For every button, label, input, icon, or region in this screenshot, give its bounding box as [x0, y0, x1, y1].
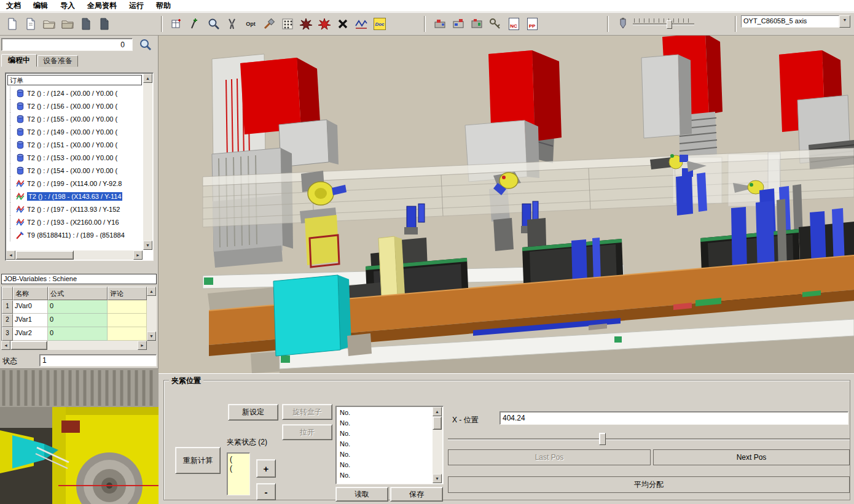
- menu-file[interactable]: 文档: [0, 0, 27, 12]
- import-file-button[interactable]: [77, 15, 95, 33]
- x-position-slider[interactable]: [448, 432, 850, 446]
- row-selector[interactable]: 3: [2, 327, 13, 341]
- tree-item[interactable]: T2 () : / (151 - (X0.00 / Y0.00 (: [7, 138, 143, 151]
- tree-item[interactable]: T9 (85188411) : / (189 - (851884: [7, 228, 143, 241]
- cell-formula[interactable]: 0: [48, 314, 108, 327]
- zoom-button[interactable]: [205, 15, 222, 33]
- row-selector[interactable]: 2: [2, 314, 13, 327]
- tree-item[interactable]: T2 () : / (156 - (X0.00 / Y0.00 (: [7, 99, 143, 112]
- tab-programming[interactable]: 编程中: [1, 54, 37, 67]
- rotate-box-button[interactable]: 旋转盒子: [282, 404, 332, 420]
- pp-file-button[interactable]: PP: [523, 15, 541, 33]
- search-input[interactable]: 0: [1, 38, 133, 51]
- cell-name[interactable]: JVar1: [13, 314, 48, 327]
- tree-horizontal-scrollbar[interactable]: ◄ ►: [6, 250, 143, 260]
- menu-help[interactable]: 帮助: [150, 0, 177, 12]
- list-item[interactable]: No.: [337, 428, 432, 439]
- save-folder-button[interactable]: [59, 15, 76, 33]
- scroll-down-icon[interactable]: ▼: [143, 241, 152, 250]
- last-pos-button[interactable]: Last Pos: [448, 449, 651, 465]
- scroll-up-icon[interactable]: ▲: [143, 74, 152, 83]
- cell-comment[interactable]: [108, 327, 147, 341]
- key-button[interactable]: [487, 15, 504, 33]
- save-button[interactable]: 保存: [390, 487, 443, 502]
- cell-name[interactable]: JVar0: [13, 300, 48, 314]
- add-tool-button[interactable]: [187, 15, 204, 33]
- tree-item[interactable]: T2 () : / (154 - (X0.00 / Y0.00 (: [7, 164, 143, 177]
- slider-thumb[interactable]: [599, 433, 606, 445]
- delete-button[interactable]: [334, 15, 351, 33]
- doc-edit-button[interactable]: Doc: [371, 15, 388, 33]
- machine-top-button[interactable]: [468, 15, 485, 33]
- list-item[interactable]: No.: [337, 449, 432, 460]
- list-item[interactable]: No.: [337, 439, 432, 449]
- list-vertical-scrollbar[interactable]: ▲ ▼: [433, 407, 442, 483]
- row-selector[interactable]: 1: [2, 300, 13, 314]
- distribute-button[interactable]: 平均分配: [448, 476, 850, 493]
- search-button[interactable]: [138, 37, 154, 53]
- tree-item[interactable]: T2 () : / (193 - (X2160.00 / Y16: [7, 215, 143, 228]
- scroll-down-icon[interactable]: ▼: [147, 331, 156, 341]
- scroll-left-icon[interactable]: ◄: [1, 341, 10, 350]
- cell-name[interactable]: JVar2: [13, 327, 48, 341]
- tree-item[interactable]: T2 () : / (124 - (X0.00 / Y0.00 (: [7, 87, 143, 99]
- cell-comment[interactable]: [108, 314, 147, 327]
- tree-item[interactable]: T2 () : / (155 - (X0.00 / Y0.00 (: [7, 112, 143, 125]
- menu-global-data[interactable]: 全局资料: [81, 0, 123, 12]
- machine-selector[interactable]: OYT_C8605B_5 axis ▼: [741, 15, 850, 28]
- list-item[interactable]: No.: [337, 408, 432, 418]
- scrollbar-thumb[interactable]: [433, 416, 442, 430]
- burst-red-button[interactable]: [316, 15, 333, 33]
- cell-formula[interactable]: 0: [48, 300, 108, 314]
- optimize-button[interactable]: Opt: [242, 15, 259, 33]
- open-file-button[interactable]: [22, 15, 39, 33]
- scroll-down-icon[interactable]: ▼: [433, 474, 442, 483]
- list-item[interactable]: No.: [337, 460, 432, 470]
- menu-edit[interactable]: 编辑: [27, 0, 54, 12]
- pliers-button[interactable]: [224, 15, 241, 33]
- read-button[interactable]: 读取: [335, 487, 388, 502]
- cell-comment[interactable]: [108, 300, 147, 314]
- next-pos-button[interactable]: Next Pos: [653, 449, 850, 465]
- drill-pattern-button[interactable]: [279, 15, 296, 33]
- simulation-3d-viewport[interactable]: [159, 36, 854, 373]
- tab-preparation[interactable]: 设备准备: [37, 55, 78, 67]
- machine-side-button[interactable]: [450, 15, 467, 33]
- menu-run[interactable]: 运行: [123, 0, 150, 12]
- burst-dark-button[interactable]: [297, 15, 315, 33]
- clamp-values-box[interactable]: ( (: [227, 452, 250, 495]
- list-item[interactable]: No.: [337, 470, 432, 481]
- machine-front-button[interactable]: [431, 15, 449, 33]
- chevron-down-icon[interactable]: ▼: [839, 15, 850, 28]
- tree-item[interactable]: T2 () : / (149 - (X0.00 / Y0.00 (: [7, 125, 143, 138]
- nc-file-button[interactable]: NC: [505, 15, 522, 33]
- tree-item[interactable]: T2 () : / (197 - (X113.93 / Y-152: [7, 203, 143, 215]
- zoom-slider[interactable]: [633, 18, 694, 29]
- tree-item-selected[interactable]: T2 () : / (198 - (X143.63 / Y-114: [7, 190, 143, 203]
- new-setting-button[interactable]: 新设定: [228, 404, 278, 421]
- scroll-right-icon[interactable]: ►: [133, 250, 143, 260]
- tree-vertical-scrollbar[interactable]: ▲ ▼: [143, 74, 152, 250]
- screwdriver-button[interactable]: [261, 15, 278, 33]
- status-field[interactable]: 1: [39, 354, 157, 366]
- scroll-up-icon[interactable]: ▲: [147, 287, 156, 296]
- decrement-button[interactable]: -: [256, 483, 276, 500]
- table-horizontal-scrollbar[interactable]: ◄ ►: [1, 341, 147, 350]
- machine-preview-view[interactable]: [0, 368, 159, 504]
- pull-apart-button[interactable]: 拉开: [282, 424, 332, 440]
- scrollbar-thumb[interactable]: [10, 341, 47, 350]
- increment-button[interactable]: +: [256, 459, 276, 478]
- tree-item[interactable]: T2 () : / (153 - (X0.00 / Y0.00 (: [7, 151, 143, 164]
- x-position-input[interactable]: [499, 411, 848, 425]
- position-listbox[interactable]: No. No. No. No. No. No. No. ▲ ▼: [335, 406, 444, 484]
- scroll-right-icon[interactable]: ►: [138, 341, 147, 350]
- export-file-button[interactable]: [96, 15, 113, 33]
- toolpath-wave-button[interactable]: [353, 15, 370, 33]
- slider-thumb[interactable]: [667, 20, 672, 29]
- tree-root-item[interactable]: 订单: [7, 75, 142, 85]
- menu-import[interactable]: 导入: [54, 0, 81, 12]
- cell-formula[interactable]: 0: [48, 327, 108, 341]
- list-item[interactable]: No.: [337, 418, 432, 428]
- mill-head-button[interactable]: [614, 15, 632, 33]
- machine-window-button[interactable]: [168, 15, 186, 33]
